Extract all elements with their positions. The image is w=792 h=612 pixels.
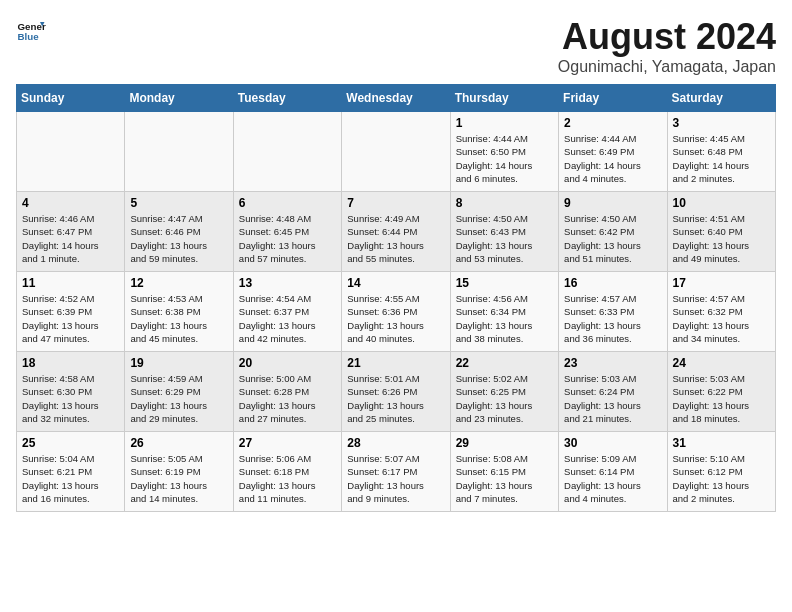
day-info: Sunrise: 4:52 AM Sunset: 6:39 PM Dayligh…	[22, 292, 119, 345]
day-info: Sunrise: 4:57 AM Sunset: 6:32 PM Dayligh…	[673, 292, 770, 345]
day-number: 8	[456, 196, 553, 210]
header-row: SundayMondayTuesdayWednesdayThursdayFrid…	[17, 85, 776, 112]
day-cell: 19Sunrise: 4:59 AM Sunset: 6:29 PM Dayli…	[125, 352, 233, 432]
day-info: Sunrise: 5:07 AM Sunset: 6:17 PM Dayligh…	[347, 452, 444, 505]
day-cell: 29Sunrise: 5:08 AM Sunset: 6:15 PM Dayli…	[450, 432, 558, 512]
page-title: August 2024	[558, 16, 776, 58]
day-number: 31	[673, 436, 770, 450]
day-cell: 23Sunrise: 5:03 AM Sunset: 6:24 PM Dayli…	[559, 352, 667, 432]
day-number: 10	[673, 196, 770, 210]
day-number: 3	[673, 116, 770, 130]
day-header-monday: Monday	[125, 85, 233, 112]
day-info: Sunrise: 4:57 AM Sunset: 6:33 PM Dayligh…	[564, 292, 661, 345]
day-cell: 11Sunrise: 4:52 AM Sunset: 6:39 PM Dayli…	[17, 272, 125, 352]
day-info: Sunrise: 5:09 AM Sunset: 6:14 PM Dayligh…	[564, 452, 661, 505]
day-cell: 17Sunrise: 4:57 AM Sunset: 6:32 PM Dayli…	[667, 272, 775, 352]
day-cell: 12Sunrise: 4:53 AM Sunset: 6:38 PM Dayli…	[125, 272, 233, 352]
day-cell: 27Sunrise: 5:06 AM Sunset: 6:18 PM Dayli…	[233, 432, 341, 512]
day-info: Sunrise: 5:02 AM Sunset: 6:25 PM Dayligh…	[456, 372, 553, 425]
logo-icon: General Blue	[16, 16, 46, 46]
day-cell: 3Sunrise: 4:45 AM Sunset: 6:48 PM Daylig…	[667, 112, 775, 192]
day-number: 16	[564, 276, 661, 290]
day-info: Sunrise: 4:51 AM Sunset: 6:40 PM Dayligh…	[673, 212, 770, 265]
day-cell	[342, 112, 450, 192]
day-cell: 20Sunrise: 5:00 AM Sunset: 6:28 PM Dayli…	[233, 352, 341, 432]
day-cell: 30Sunrise: 5:09 AM Sunset: 6:14 PM Dayli…	[559, 432, 667, 512]
day-info: Sunrise: 4:46 AM Sunset: 6:47 PM Dayligh…	[22, 212, 119, 265]
day-number: 25	[22, 436, 119, 450]
day-cell: 2Sunrise: 4:44 AM Sunset: 6:49 PM Daylig…	[559, 112, 667, 192]
day-number: 29	[456, 436, 553, 450]
day-info: Sunrise: 4:49 AM Sunset: 6:44 PM Dayligh…	[347, 212, 444, 265]
day-number: 15	[456, 276, 553, 290]
day-header-wednesday: Wednesday	[342, 85, 450, 112]
day-number: 28	[347, 436, 444, 450]
day-info: Sunrise: 4:59 AM Sunset: 6:29 PM Dayligh…	[130, 372, 227, 425]
page-subtitle: Ogunimachi, Yamagata, Japan	[558, 58, 776, 76]
day-number: 7	[347, 196, 444, 210]
day-cell: 24Sunrise: 5:03 AM Sunset: 6:22 PM Dayli…	[667, 352, 775, 432]
day-cell	[17, 112, 125, 192]
day-cell: 22Sunrise: 5:02 AM Sunset: 6:25 PM Dayli…	[450, 352, 558, 432]
day-header-friday: Friday	[559, 85, 667, 112]
day-number: 27	[239, 436, 336, 450]
day-number: 9	[564, 196, 661, 210]
day-info: Sunrise: 4:50 AM Sunset: 6:43 PM Dayligh…	[456, 212, 553, 265]
day-number: 2	[564, 116, 661, 130]
week-row-5: 25Sunrise: 5:04 AM Sunset: 6:21 PM Dayli…	[17, 432, 776, 512]
day-info: Sunrise: 5:03 AM Sunset: 6:24 PM Dayligh…	[564, 372, 661, 425]
day-number: 20	[239, 356, 336, 370]
day-number: 1	[456, 116, 553, 130]
day-info: Sunrise: 4:55 AM Sunset: 6:36 PM Dayligh…	[347, 292, 444, 345]
day-cell: 1Sunrise: 4:44 AM Sunset: 6:50 PM Daylig…	[450, 112, 558, 192]
day-info: Sunrise: 4:44 AM Sunset: 6:49 PM Dayligh…	[564, 132, 661, 185]
day-number: 5	[130, 196, 227, 210]
day-info: Sunrise: 5:03 AM Sunset: 6:22 PM Dayligh…	[673, 372, 770, 425]
day-cell: 6Sunrise: 4:48 AM Sunset: 6:45 PM Daylig…	[233, 192, 341, 272]
day-info: Sunrise: 4:58 AM Sunset: 6:30 PM Dayligh…	[22, 372, 119, 425]
day-header-sunday: Sunday	[17, 85, 125, 112]
day-info: Sunrise: 4:48 AM Sunset: 6:45 PM Dayligh…	[239, 212, 336, 265]
day-number: 22	[456, 356, 553, 370]
day-number: 13	[239, 276, 336, 290]
header: General Blue August 2024 Ogunimachi, Yam…	[16, 16, 776, 76]
day-header-tuesday: Tuesday	[233, 85, 341, 112]
day-info: Sunrise: 5:05 AM Sunset: 6:19 PM Dayligh…	[130, 452, 227, 505]
day-number: 6	[239, 196, 336, 210]
day-cell: 7Sunrise: 4:49 AM Sunset: 6:44 PM Daylig…	[342, 192, 450, 272]
day-info: Sunrise: 5:01 AM Sunset: 6:26 PM Dayligh…	[347, 372, 444, 425]
day-number: 11	[22, 276, 119, 290]
day-info: Sunrise: 4:54 AM Sunset: 6:37 PM Dayligh…	[239, 292, 336, 345]
day-info: Sunrise: 5:06 AM Sunset: 6:18 PM Dayligh…	[239, 452, 336, 505]
day-cell	[125, 112, 233, 192]
day-cell: 8Sunrise: 4:50 AM Sunset: 6:43 PM Daylig…	[450, 192, 558, 272]
day-number: 21	[347, 356, 444, 370]
day-number: 18	[22, 356, 119, 370]
day-cell: 28Sunrise: 5:07 AM Sunset: 6:17 PM Dayli…	[342, 432, 450, 512]
day-number: 4	[22, 196, 119, 210]
day-cell: 4Sunrise: 4:46 AM Sunset: 6:47 PM Daylig…	[17, 192, 125, 272]
day-info: Sunrise: 5:00 AM Sunset: 6:28 PM Dayligh…	[239, 372, 336, 425]
day-info: Sunrise: 5:08 AM Sunset: 6:15 PM Dayligh…	[456, 452, 553, 505]
day-info: Sunrise: 4:50 AM Sunset: 6:42 PM Dayligh…	[564, 212, 661, 265]
day-cell: 26Sunrise: 5:05 AM Sunset: 6:19 PM Dayli…	[125, 432, 233, 512]
day-cell: 15Sunrise: 4:56 AM Sunset: 6:34 PM Dayli…	[450, 272, 558, 352]
day-cell: 14Sunrise: 4:55 AM Sunset: 6:36 PM Dayli…	[342, 272, 450, 352]
day-info: Sunrise: 5:10 AM Sunset: 6:12 PM Dayligh…	[673, 452, 770, 505]
day-number: 23	[564, 356, 661, 370]
day-header-thursday: Thursday	[450, 85, 558, 112]
day-number: 19	[130, 356, 227, 370]
day-number: 30	[564, 436, 661, 450]
calendar-table: SundayMondayTuesdayWednesdayThursdayFrid…	[16, 84, 776, 512]
day-cell: 13Sunrise: 4:54 AM Sunset: 6:37 PM Dayli…	[233, 272, 341, 352]
day-number: 17	[673, 276, 770, 290]
day-info: Sunrise: 4:53 AM Sunset: 6:38 PM Dayligh…	[130, 292, 227, 345]
week-row-1: 1Sunrise: 4:44 AM Sunset: 6:50 PM Daylig…	[17, 112, 776, 192]
week-row-2: 4Sunrise: 4:46 AM Sunset: 6:47 PM Daylig…	[17, 192, 776, 272]
day-info: Sunrise: 4:56 AM Sunset: 6:34 PM Dayligh…	[456, 292, 553, 345]
day-info: Sunrise: 4:44 AM Sunset: 6:50 PM Dayligh…	[456, 132, 553, 185]
day-cell: 21Sunrise: 5:01 AM Sunset: 6:26 PM Dayli…	[342, 352, 450, 432]
week-row-4: 18Sunrise: 4:58 AM Sunset: 6:30 PM Dayli…	[17, 352, 776, 432]
day-cell: 16Sunrise: 4:57 AM Sunset: 6:33 PM Dayli…	[559, 272, 667, 352]
day-cell: 18Sunrise: 4:58 AM Sunset: 6:30 PM Dayli…	[17, 352, 125, 432]
